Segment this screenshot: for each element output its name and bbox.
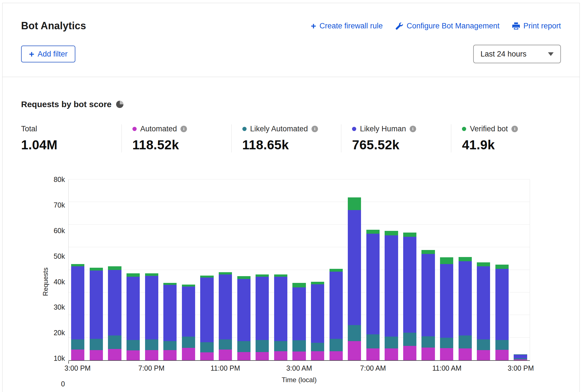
y-tick-label: 0 <box>61 380 65 388</box>
bar-slot <box>69 179 87 360</box>
bar-slot <box>105 179 124 360</box>
x-axis-title: Time (local) <box>68 376 530 384</box>
bar-slot <box>493 179 511 360</box>
bar-segment-likely-human <box>292 287 306 340</box>
time-range-value: Last 24 hours <box>481 50 527 58</box>
bar-segment-likely-human <box>90 271 103 339</box>
bar-segment-automated <box>108 349 121 360</box>
stacked-bar-4[interactable] <box>145 179 158 360</box>
stacked-bar-11[interactable] <box>274 179 287 360</box>
stacked-bar-16[interactable] <box>366 179 380 360</box>
stacked-bar-7[interactable] <box>200 179 213 360</box>
stacked-bar-1[interactable] <box>90 179 103 360</box>
bar-segment-likely-automated <box>256 340 269 352</box>
pie-chart-icon <box>116 101 123 108</box>
bar-slot <box>437 179 456 360</box>
bar-segment-likely-automated <box>163 341 177 350</box>
stacked-bar-24[interactable] <box>514 179 527 360</box>
bar-segment-verified-bot <box>108 266 121 270</box>
info-icon[interactable]: i <box>181 126 187 132</box>
stacked-bar-6[interactable] <box>182 179 195 360</box>
stat-automated-value: 118.52k <box>132 137 223 152</box>
bar-segment-automated <box>237 352 251 360</box>
y-axis-labels: 010k20k30k40k50k60k70k80k <box>50 179 68 384</box>
y-tick-label: 50k <box>54 252 65 260</box>
bar-segment-verified-bot <box>440 257 453 264</box>
page-title: Bot Analytics <box>21 20 86 32</box>
bar-segment-likely-automated <box>127 340 140 351</box>
stacked-bar-22[interactable] <box>477 179 490 360</box>
bot-analytics-card: Bot Analytics + Create firewall rule Con… <box>2 3 580 392</box>
stacked-bar-12[interactable] <box>292 179 306 360</box>
bar-segment-automated <box>200 352 213 360</box>
bar-segment-verified-bot <box>385 231 398 235</box>
stacked-bar-0[interactable] <box>71 179 84 360</box>
legend-dot-likely-human <box>352 127 356 131</box>
y-tick-label: 30k <box>54 303 65 311</box>
bar-segment-likely-human <box>348 210 361 325</box>
bar-segment-likely-automated <box>459 335 472 349</box>
stacked-bar-21[interactable] <box>459 179 472 360</box>
bar-slot <box>345 179 364 360</box>
bar-segment-automated <box>292 352 306 360</box>
stacked-bar-3[interactable] <box>127 179 140 360</box>
add-filter-button[interactable]: + Add filter <box>21 46 75 62</box>
info-icon[interactable]: i <box>511 126 518 132</box>
bar-segment-likely-human <box>421 254 435 336</box>
stat-total-value: 1.04M <box>21 137 113 152</box>
bar-slot <box>456 179 474 360</box>
stacked-bar-18[interactable] <box>403 179 416 360</box>
bar-segment-verified-bot <box>182 285 195 287</box>
stacked-bar-5[interactable] <box>163 179 177 360</box>
time-range-select[interactable]: Last 24 hours <box>473 45 561 63</box>
stacked-bar-9[interactable] <box>237 179 251 360</box>
plus-icon: + <box>311 21 316 30</box>
stacked-bar-10[interactable] <box>256 179 269 360</box>
bar-segment-verified-bot <box>311 282 324 284</box>
bar-segment-automated <box>256 352 269 360</box>
stacked-bar-23[interactable] <box>495 179 509 360</box>
bar-segment-automated <box>348 341 361 360</box>
stacked-bar-17[interactable] <box>385 179 398 360</box>
x-tick-label: 3:00 PM <box>64 364 91 372</box>
bar-segment-automated <box>127 350 140 360</box>
bar-segment-likely-human <box>219 274 232 339</box>
stacked-bar-15[interactable] <box>348 179 361 360</box>
bar-segment-likely-automated <box>421 336 435 348</box>
configure-bot-management-link[interactable]: Configure Bot Management <box>396 22 499 30</box>
stacked-bar-14[interactable] <box>330 179 343 360</box>
bar-segment-likely-automated <box>219 339 232 350</box>
print-report-label: Print report <box>523 22 561 30</box>
bar-segment-verified-bot <box>256 274 269 277</box>
bar-segment-likely-human <box>459 261 472 335</box>
stacked-bar-2[interactable] <box>108 179 121 360</box>
create-firewall-rule-link[interactable]: + Create firewall rule <box>311 21 383 30</box>
bar-segment-verified-bot <box>219 272 232 274</box>
info-icon[interactable]: i <box>410 126 416 132</box>
bar-segment-likely-automated <box>477 339 490 350</box>
bar-segment-likely-human <box>127 277 140 340</box>
bar-segment-verified-bot <box>127 273 140 277</box>
stacked-bar-8[interactable] <box>219 179 232 360</box>
bar-segment-likely-automated <box>182 337 195 348</box>
bar-segment-automated <box>440 348 453 360</box>
bar-segment-likely-automated <box>311 343 324 351</box>
bar-slot <box>198 179 216 360</box>
bar-slot <box>161 179 179 360</box>
bar-slot <box>142 179 161 360</box>
stacked-bar-13[interactable] <box>311 179 324 360</box>
add-filter-label: Add filter <box>38 50 68 58</box>
stat-total: Total 1.04M <box>21 124 121 152</box>
card-header: Bot Analytics + Create firewall rule Con… <box>3 3 579 77</box>
info-icon[interactable]: i <box>312 126 318 132</box>
y-tick-label: 60k <box>54 226 65 235</box>
y-tick-label: 70k <box>54 201 65 209</box>
x-tick-label: 3:00 PM <box>508 364 534 372</box>
stacked-bar-19[interactable] <box>421 179 435 360</box>
y-tick-label: 40k <box>54 278 65 286</box>
print-report-link[interactable]: Print report <box>512 22 561 30</box>
bar-segment-automated <box>219 350 232 360</box>
stat-likely-human-label: Likely Human <box>360 125 406 133</box>
stacked-bar-20[interactable] <box>440 179 453 360</box>
bar-segment-likely-automated <box>366 334 380 349</box>
